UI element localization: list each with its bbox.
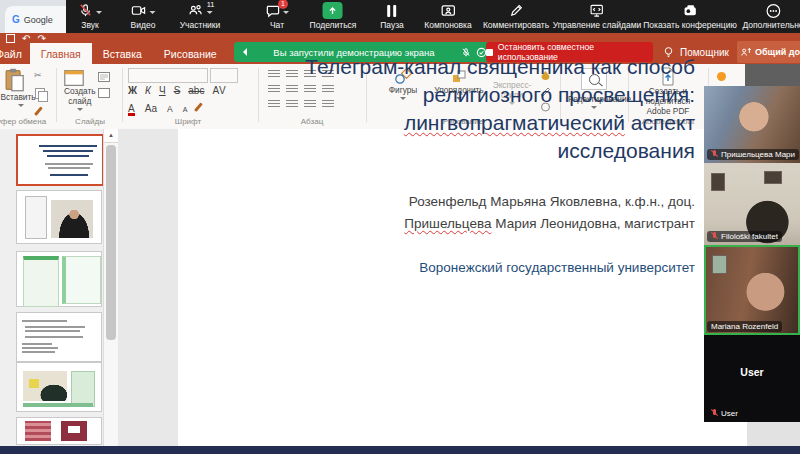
grow-font-button[interactable]: А <box>167 104 173 114</box>
thumbnail-slide-6[interactable] <box>16 417 102 445</box>
toolbar-annotate-label: Комментировать <box>483 20 549 30</box>
participants-icon: 11 <box>187 3 203 18</box>
picture-frame <box>712 255 727 274</box>
pause-icon <box>388 5 397 17</box>
slides-monitor-icon <box>589 3 605 18</box>
microphone-muted-icon <box>78 3 93 18</box>
screen: G Google Звук Видео <box>0 0 800 454</box>
chevron-down-icon[interactable] <box>150 11 156 17</box>
toolbar-share-button[interactable]: Поделиться <box>310 2 357 30</box>
browser-tab-label: Google <box>24 15 53 25</box>
tab-home[interactable]: Главная <box>30 43 92 64</box>
paste-label: Вставить <box>0 92 38 102</box>
slide-title-textbox[interactable]: Телеграм-канал священника как способ рел… <box>175 53 695 165</box>
toolbar-pause-button[interactable]: Пауза <box>380 2 404 30</box>
title-line-4: исследования <box>175 137 695 165</box>
chevron-down-icon[interactable] <box>206 11 212 17</box>
slides-group-label: Слайды <box>58 117 122 126</box>
copy-icon[interactable] <box>35 85 45 103</box>
share-access-button[interactable]: Общий доступ <box>737 41 800 63</box>
paste-button[interactable]: Вставить <box>4 68 38 110</box>
toolbar-show-conference-label: Показать конференцию <box>643 20 737 30</box>
orange-status-dot <box>717 72 726 81</box>
toolbar-show-conference-button[interactable]: Показать конференцию <box>643 2 737 30</box>
misspelled-word: лингвопрагматический <box>404 111 625 134</box>
mic-muted-icon <box>711 232 718 241</box>
picture-frame <box>764 171 782 184</box>
toolbar-video-button[interactable]: Видео <box>131 2 156 30</box>
bottom-bar <box>0 446 800 454</box>
bold-button[interactable]: Ж <box>128 85 137 96</box>
toolbar-manage-slides-button[interactable]: Управление слайдами <box>553 2 642 30</box>
underline-button[interactable]: Ч <box>159 85 166 96</box>
toolbar-chat-button[interactable]: 1 Чат <box>265 2 289 30</box>
desktop-corner <box>747 422 800 446</box>
new-slide-button[interactable]: Создать слайд <box>64 70 96 114</box>
scroll-up-arrow[interactable]: ▲ <box>104 129 118 143</box>
mic-muted-icon <box>711 409 718 418</box>
new-slide-label-2: слайд <box>64 96 96 106</box>
toolbar-sound-button[interactable]: Звук <box>78 2 102 30</box>
toolbar-more-button[interactable]: Дополнительно <box>742 2 800 30</box>
cut-icon[interactable]: ✂ <box>34 70 42 80</box>
conference-view-icon <box>682 3 698 18</box>
participant-3-label: Mariana Rozenfeld <box>707 321 782 332</box>
video-tile-2[interactable]: Filološki fakultet <box>704 163 800 245</box>
scrollbar-thumb[interactable] <box>106 145 116 340</box>
slide-thumbnail-panel: ▲ <box>0 129 118 446</box>
conference-panel-top <box>745 64 800 86</box>
toolbar-layout-button[interactable]: Компоновка <box>424 2 471 30</box>
toolbar-participants-label: Участники <box>180 20 221 30</box>
share-screen-icon <box>323 2 343 19</box>
author-line-1: Розенфельд Марьяна Яковлевна, к.ф.н., до… <box>175 191 695 213</box>
share-access-label: Общий доступ <box>755 47 800 57</box>
toolbar-participants-button[interactable]: 11 Участники <box>180 2 221 30</box>
participant-2-label: Filološki fakultet <box>707 231 782 242</box>
toolbar-pause-label: Пауза <box>380 20 404 30</box>
thumbnail-slide-2[interactable] <box>16 190 102 244</box>
layout-icon <box>440 3 456 18</box>
tab-file[interactable]: Файл <box>0 43 30 64</box>
toolbar-more-label: Дополнительно <box>742 20 800 30</box>
thumbnail-slide-3[interactable] <box>16 251 102 307</box>
chat-unread-badge: 1 <box>278 0 288 9</box>
participant-4-label: User <box>707 408 742 419</box>
title-line-2: религиозного просвещения: <box>175 81 695 109</box>
italic-button[interactable]: К <box>145 85 151 96</box>
picture-frame <box>711 173 725 191</box>
video-participants-panel: Пришельцева Мари Filološki fakultet Mari… <box>704 86 800 422</box>
change-case-button[interactable]: Аа <box>145 103 157 114</box>
toolbar-annotate-button[interactable]: Комментировать <box>483 2 549 30</box>
font-color-button[interactable]: А <box>128 104 135 116</box>
tab-insert[interactable]: Вставка <box>92 43 153 64</box>
university-line: Воронежский государственный университет <box>175 257 695 279</box>
thumbnail-slide-5[interactable] <box>16 362 102 412</box>
toolbar-sound-label: Звук <box>81 20 98 30</box>
thumbnail-slide-1-selected[interactable] <box>16 134 104 186</box>
title-line-1: Телеграм-канал священника как способ <box>175 53 695 81</box>
chevron-down-icon[interactable] <box>96 11 102 17</box>
video-tile-4[interactable]: User User <box>704 335 800 422</box>
video-tile-1[interactable]: Пришельцева Мари <box>704 86 800 163</box>
new-slide-label-1: Создать <box>64 86 96 96</box>
thumbnail-scrollbar[interactable]: ▲ <box>103 129 118 446</box>
slide-authors-textbox[interactable]: Розенфельд Марьяна Яковлевна, к.ф.н., до… <box>175 191 695 279</box>
slide-layout-icon[interactable] <box>98 72 110 82</box>
reset-slide-icon[interactable] <box>98 88 110 98</box>
misspelled-word: Пришельцева <box>404 216 491 231</box>
clipboard-group-label: Буфер обмена <box>0 117 54 126</box>
save-icon[interactable] <box>6 34 15 43</box>
chat-icon: 1 <box>265 3 280 18</box>
toolbar-chat-label: Чат <box>270 20 284 30</box>
pencil-icon <box>508 3 523 18</box>
video-tile-3-active-speaker[interactable]: Mariana Rozenfeld <box>704 245 800 335</box>
more-ellipsis-icon <box>765 3 781 19</box>
browser-strip: G Google <box>0 0 66 33</box>
toolbar-video-label: Видео <box>131 20 156 30</box>
toolbar-share-label: Поделиться <box>310 20 357 30</box>
chevron-down-icon[interactable] <box>283 11 289 17</box>
participant-4-center-name: User <box>704 366 800 378</box>
conference-toolbar: Звук Видео 11 Участники 1 <box>66 0 800 33</box>
toolbar-manage-slides-label: Управление слайдами <box>553 20 642 30</box>
thumbnail-slide-4[interactable] <box>16 312 102 362</box>
